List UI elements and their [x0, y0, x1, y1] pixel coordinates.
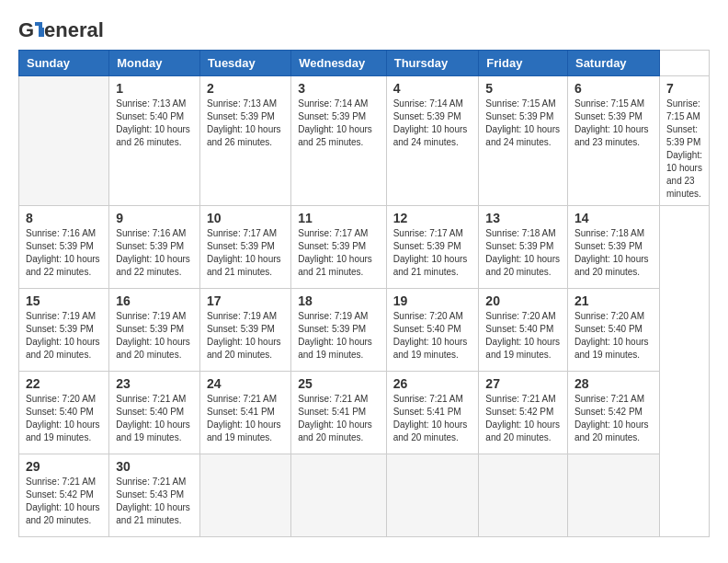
calendar-cell-day-14: 14 Sunrise: 7:18 AMSunset: 5:39 PMDaylig… — [567, 206, 659, 289]
day-number: 21 — [574, 293, 653, 308]
day-number: 3 — [298, 81, 379, 96]
day-info: Sunrise: 7:18 AMSunset: 5:39 PMDaylight:… — [485, 227, 561, 279]
day-number: 29 — [26, 459, 102, 474]
day-number: 17 — [207, 293, 284, 308]
calendar-cell-day-28: 28 Sunrise: 7:21 AMSunset: 5:42 PMDaylig… — [567, 372, 659, 454]
calendar-week-1: 1 Sunrise: 7:13 AMSunset: 5:40 PMDayligh… — [19, 76, 710, 206]
calendar-cell-day-1: 1 Sunrise: 7:13 AMSunset: 5:40 PMDayligh… — [109, 76, 200, 206]
calendar-cell-day-3: 3 Sunrise: 7:14 AMSunset: 5:39 PMDayligh… — [291, 76, 386, 206]
day-number: 25 — [298, 376, 379, 391]
day-info: Sunrise: 7:21 AMSunset: 5:43 PMDaylight:… — [116, 476, 193, 527]
day-number: 8 — [26, 211, 102, 225]
calendar-cell-day-6: 6 Sunrise: 7:15 AMSunset: 5:39 PMDayligh… — [567, 76, 659, 206]
day-number: 12 — [393, 211, 472, 225]
day-info: Sunrise: 7:20 AMSunset: 5:40 PMDaylight:… — [393, 310, 472, 362]
weekday-header-thursday: Thursday — [386, 51, 479, 76]
day-number: 23 — [116, 376, 193, 391]
day-info: Sunrise: 7:21 AMSunset: 5:41 PMDaylight:… — [298, 393, 379, 444]
calendar-cell-day-19: 19 Sunrise: 7:20 AMSunset: 5:40 PMDaylig… — [386, 289, 479, 372]
day-info: Sunrise: 7:16 AMSunset: 5:39 PMDaylight:… — [116, 227, 193, 279]
day-number: 22 — [26, 376, 102, 391]
calendar-cell-empty — [199, 454, 290, 537]
calendar-cell-day-15: 15 Sunrise: 7:19 AMSunset: 5:39 PMDaylig… — [19, 289, 109, 372]
day-number: 18 — [298, 293, 379, 308]
calendar-cell-day-20: 20 Sunrise: 7:20 AMSunset: 5:40 PMDaylig… — [479, 289, 568, 372]
day-number: 30 — [116, 459, 193, 474]
svg-text:G: G — [18, 18, 34, 41]
day-number: 14 — [574, 211, 653, 225]
day-info: Sunrise: 7:21 AMSunset: 5:42 PMDaylight:… — [26, 476, 102, 527]
day-number: 7 — [666, 81, 702, 96]
weekday-header-monday: Monday — [109, 51, 200, 76]
calendar-cell-day-29: 29 Sunrise: 7:21 AMSunset: 5:42 PMDaylig… — [19, 454, 109, 537]
calendar-week-2: 8 Sunrise: 7:16 AMSunset: 5:39 PMDayligh… — [19, 206, 710, 289]
day-number: 4 — [393, 81, 472, 96]
day-info: Sunrise: 7:21 AMSunset: 5:41 PMDaylight:… — [207, 393, 284, 444]
day-number: 5 — [485, 81, 561, 96]
day-info: Sunrise: 7:21 AMSunset: 5:42 PMDaylight:… — [485, 393, 561, 444]
day-info: Sunrise: 7:21 AMSunset: 5:42 PMDaylight:… — [574, 393, 653, 444]
calendar-cell-day-8: 8 Sunrise: 7:16 AMSunset: 5:39 PMDayligh… — [19, 206, 109, 289]
day-info: Sunrise: 7:15 AMSunset: 5:39 PMDaylight:… — [574, 98, 653, 149]
calendar-cell-day-26: 26 Sunrise: 7:21 AMSunset: 5:41 PMDaylig… — [386, 372, 479, 454]
calendar-cell-empty — [291, 454, 386, 537]
day-info: Sunrise: 7:20 AMSunset: 5:40 PMDaylight:… — [574, 310, 653, 362]
day-number: 13 — [485, 211, 561, 225]
day-info: Sunrise: 7:19 AMSunset: 5:39 PMDaylight:… — [298, 310, 379, 362]
day-info: Sunrise: 7:17 AMSunset: 5:39 PMDaylight:… — [298, 227, 379, 279]
day-number: 1 — [116, 81, 193, 96]
weekday-header-saturday: Saturday — [567, 51, 659, 76]
calendar-cell-day-18: 18 Sunrise: 7:19 AMSunset: 5:39 PMDaylig… — [291, 289, 386, 372]
day-info: Sunrise: 7:21 AMSunset: 5:40 PMDaylight:… — [116, 393, 193, 444]
calendar-week-3: 15 Sunrise: 7:19 AMSunset: 5:39 PMDaylig… — [19, 289, 710, 372]
calendar-cell-day-23: 23 Sunrise: 7:21 AMSunset: 5:40 PMDaylig… — [109, 372, 200, 454]
calendar-cell-day-30: 30 Sunrise: 7:21 AMSunset: 5:43 PMDaylig… — [109, 454, 200, 537]
calendar-cell-day-24: 24 Sunrise: 7:21 AMSunset: 5:41 PMDaylig… — [199, 372, 290, 454]
day-number: 9 — [116, 211, 193, 225]
calendar-cell-day-5: 5 Sunrise: 7:15 AMSunset: 5:39 PMDayligh… — [479, 76, 568, 206]
calendar-cell-empty — [479, 454, 568, 537]
day-info: Sunrise: 7:16 AMSunset: 5:39 PMDaylight:… — [26, 227, 102, 279]
calendar-cell-day-13: 13 Sunrise: 7:18 AMSunset: 5:39 PMDaylig… — [479, 206, 568, 289]
day-info: Sunrise: 7:21 AMSunset: 5:41 PMDaylight:… — [393, 393, 472, 444]
day-number: 16 — [116, 293, 193, 308]
weekday-header-tuesday: Tuesday — [199, 51, 290, 76]
page-header: G eneral — [18, 18, 710, 40]
calendar-cell-day-2: 2 Sunrise: 7:13 AMSunset: 5:39 PMDayligh… — [199, 76, 290, 206]
logo: G eneral — [18, 18, 104, 40]
calendar-cell-empty — [19, 76, 109, 206]
calendar-cell-day-27: 27 Sunrise: 7:21 AMSunset: 5:42 PMDaylig… — [479, 372, 568, 454]
calendar-table: SundayMondayTuesdayWednesdayThursdayFrid… — [18, 50, 710, 537]
day-info: Sunrise: 7:17 AMSunset: 5:39 PMDaylight:… — [393, 227, 472, 279]
weekday-header-wednesday: Wednesday — [291, 51, 386, 76]
day-info: Sunrise: 7:15 AMSunset: 5:39 PMDaylight:… — [666, 98, 702, 201]
day-number: 27 — [485, 376, 561, 391]
weekday-header-sunday: Sunday — [19, 51, 109, 76]
day-info: Sunrise: 7:13 AMSunset: 5:39 PMDaylight:… — [207, 98, 284, 149]
day-info: Sunrise: 7:20 AMSunset: 5:40 PMDaylight:… — [26, 393, 102, 444]
calendar-cell-day-10: 10 Sunrise: 7:17 AMSunset: 5:39 PMDaylig… — [199, 206, 290, 289]
logo-icon: G — [18, 18, 44, 42]
day-info: Sunrise: 7:15 AMSunset: 5:39 PMDaylight:… — [485, 98, 561, 149]
calendar-cell-day-9: 9 Sunrise: 7:16 AMSunset: 5:39 PMDayligh… — [109, 206, 200, 289]
day-info: Sunrise: 7:13 AMSunset: 5:40 PMDaylight:… — [116, 98, 193, 149]
weekday-header-friday: Friday — [479, 51, 568, 76]
calendar-cell-day-17: 17 Sunrise: 7:19 AMSunset: 5:39 PMDaylig… — [199, 289, 290, 372]
calendar-cell-day-4: 4 Sunrise: 7:14 AMSunset: 5:39 PMDayligh… — [386, 76, 479, 206]
calendar-cell-empty — [567, 454, 659, 537]
day-info: Sunrise: 7:19 AMSunset: 5:39 PMDaylight:… — [207, 310, 284, 362]
calendar-cell-day-12: 12 Sunrise: 7:17 AMSunset: 5:39 PMDaylig… — [386, 206, 479, 289]
day-info: Sunrise: 7:19 AMSunset: 5:39 PMDaylight:… — [116, 310, 193, 362]
day-number: 2 — [207, 81, 284, 96]
day-number: 24 — [207, 376, 284, 391]
day-number: 20 — [485, 293, 561, 308]
calendar-cell-day-16: 16 Sunrise: 7:19 AMSunset: 5:39 PMDaylig… — [109, 289, 200, 372]
calendar-cell-day-7: 7 Sunrise: 7:15 AMSunset: 5:39 PMDayligh… — [660, 76, 710, 206]
day-info: Sunrise: 7:14 AMSunset: 5:39 PMDaylight:… — [393, 98, 472, 149]
day-info: Sunrise: 7:17 AMSunset: 5:39 PMDaylight:… — [207, 227, 284, 279]
logo-general: eneral — [44, 18, 104, 42]
day-number: 6 — [574, 81, 653, 96]
day-number: 26 — [393, 376, 472, 391]
day-number: 10 — [207, 211, 284, 225]
day-number: 15 — [26, 293, 102, 308]
